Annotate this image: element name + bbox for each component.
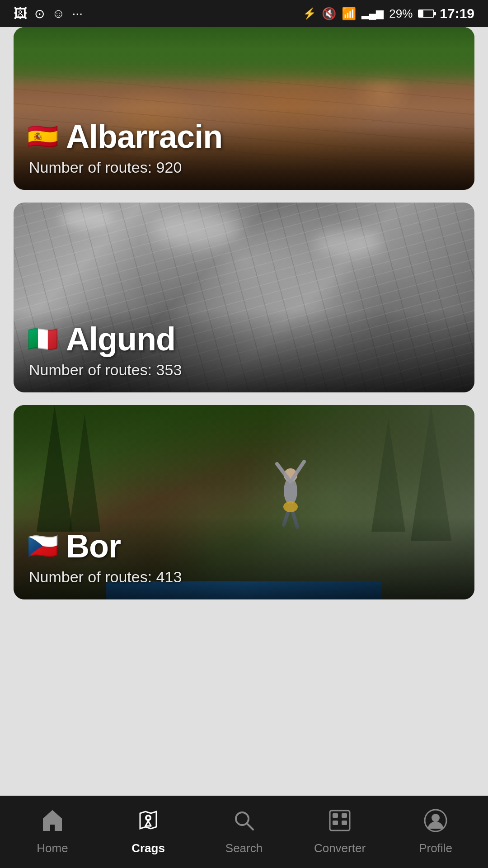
nav-item-search[interactable]: Search	[196, 804, 292, 860]
card-routes-albarracin: Number of routes: 920	[29, 159, 461, 176]
svg-point-8	[147, 816, 150, 819]
nav-item-home[interactable]: Home	[5, 804, 100, 860]
card-info-bor: 🇨🇿 Bor Number of routes: 413	[14, 517, 474, 599]
mute-icon: 🔇	[322, 7, 336, 21]
svg-rect-14	[333, 821, 338, 825]
card-name-albarracin: Albarracin	[66, 118, 222, 155]
vpn-icon: ⊙	[34, 6, 45, 21]
card-name-bor: Bor	[66, 528, 121, 565]
crags-icon	[136, 809, 160, 838]
flag-czech: 🇨🇿	[27, 533, 59, 559]
svg-point-17	[432, 814, 440, 822]
svg-rect-12	[333, 813, 338, 818]
wifi-icon: 📶	[342, 7, 356, 21]
image-icon: 🖼	[14, 6, 27, 21]
crag-list: 🇪🇸 Albarracin Number of routes: 920 🇮🇹 A…	[0, 27, 488, 796]
search-icon	[232, 809, 256, 838]
nav-item-converter[interactable]: Converter	[292, 804, 388, 860]
crag-card-bor[interactable]: 🇨🇿 Bor Number of routes: 413	[14, 405, 474, 599]
flag-spain: 🇪🇸	[27, 124, 59, 149]
card-routes-bor: Number of routes: 413	[29, 568, 461, 586]
converter-label: Converter	[314, 841, 366, 855]
card-routes-algund: Number of routes: 353	[29, 361, 461, 379]
crag-card-albarracin[interactable]: 🇪🇸 Albarracin Number of routes: 920	[14, 27, 474, 190]
bottom-navigation: Home Crags Search	[0, 796, 488, 868]
crags-label: Crags	[131, 841, 165, 855]
svg-rect-13	[342, 813, 347, 818]
battery-saver-icon: ⚡	[303, 7, 316, 20]
battery-percentage: 29%	[389, 7, 413, 21]
face-icon: ☺	[52, 6, 65, 21]
profile-label: Profile	[419, 841, 452, 855]
home-label: Home	[37, 841, 68, 855]
svg-rect-15	[342, 821, 347, 825]
search-label: Search	[225, 841, 263, 855]
card-info-algund: 🇮🇹 Algund Number of routes: 353	[14, 310, 474, 392]
svg-line-10	[247, 823, 253, 830]
battery-icon	[418, 9, 434, 18]
more-icon: ···	[72, 6, 83, 21]
status-bar: 🖼 ⊙ ☺ ··· ⚡ 🔇 📶 ▂▄▆ 29% 17:19	[0, 0, 488, 27]
profile-icon	[424, 809, 447, 838]
status-bar-left: 🖼 ⊙ ☺ ···	[14, 6, 83, 21]
flag-italy: 🇮🇹	[27, 326, 59, 352]
card-info-albarracin: 🇪🇸 Albarracin Number of routes: 920	[14, 107, 474, 190]
crag-card-algund[interactable]: 🇮🇹 Algund Number of routes: 353	[14, 203, 474, 392]
svg-point-6	[283, 501, 298, 512]
converter-icon	[328, 809, 352, 838]
home-icon	[41, 809, 64, 838]
nav-item-profile[interactable]: Profile	[388, 804, 483, 860]
signal-icon: ▂▄▆	[361, 8, 384, 19]
card-name-algund: Algund	[66, 321, 175, 358]
status-bar-right: ⚡ 🔇 📶 ▂▄▆ 29% 17:19	[303, 6, 474, 21]
status-time: 17:19	[440, 6, 474, 21]
nav-item-crags[interactable]: Crags	[100, 804, 196, 860]
